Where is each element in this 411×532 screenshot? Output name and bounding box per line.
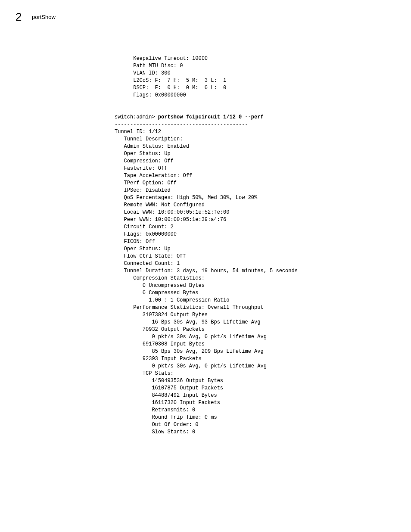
- terminal-block-1: Keepalive Timeout: 10000 Path MTU Disc: …: [115, 56, 226, 98]
- page: 2 portShow Keepalive Timeout: 10000 Path…: [0, 0, 411, 532]
- terminal-command: portshow fcipcircuit 1/12 0 --perf: [158, 114, 264, 120]
- terminal-prompt: switch:admin>: [115, 114, 158, 120]
- chapter-title: portShow: [32, 14, 56, 20]
- chapter-number: 2: [16, 10, 22, 24]
- terminal-block-2: ----------------------------------------…: [115, 121, 298, 435]
- terminal-output: Keepalive Timeout: 10000 Path MTU Disc: …: [115, 55, 298, 436]
